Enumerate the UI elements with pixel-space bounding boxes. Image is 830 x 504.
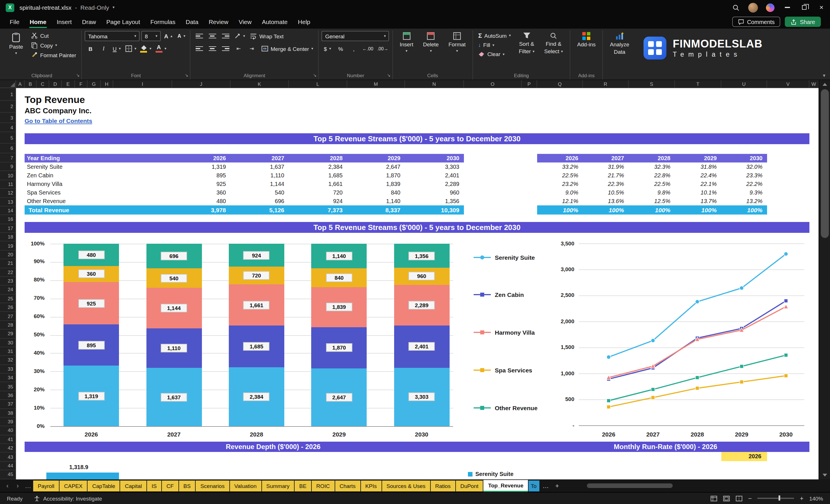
- column-header-c[interactable]: C: [37, 80, 49, 88]
- revenue-value-cell[interactable]: 840: [347, 188, 405, 197]
- revenue-pct-cell[interactable]: 31.9%: [583, 162, 629, 171]
- search-icon[interactable]: [727, 0, 744, 15]
- revenue-pct-cell[interactable]: 9.3%: [721, 188, 767, 197]
- copy-button[interactable]: Copy ▾: [29, 41, 78, 50]
- revenue-value-cell[interactable]: 2,401: [405, 171, 464, 180]
- sheet-tab-ratios[interactable]: Ratios: [431, 480, 455, 491]
- sheet-tab-kpis[interactable]: KPIs: [361, 480, 381, 491]
- revenue-pct-cell[interactable]: 22.2%: [721, 180, 767, 188]
- revenue-value-cell[interactable]: 895: [172, 171, 230, 180]
- revenue-value-cell[interactable]: 1,870: [347, 171, 405, 180]
- row-header-5[interactable]: 5: [0, 132, 15, 144]
- column-header-m[interactable]: M: [347, 80, 405, 88]
- font-name-select[interactable]: Tahoma▾: [85, 31, 139, 41]
- revenue-value-cell[interactable]: 960: [405, 188, 464, 197]
- row-header-35[interactable]: 35: [0, 382, 15, 391]
- revenue-pct-cell[interactable]: 32.0%: [721, 162, 767, 171]
- row-header-13[interactable]: 13: [0, 198, 15, 207]
- row-header-16[interactable]: 16: [0, 215, 15, 224]
- all-sheets-icon[interactable]: …: [540, 482, 551, 489]
- row-header-22[interactable]: 22: [0, 268, 15, 277]
- normal-view-icon[interactable]: [710, 495, 717, 501]
- orientation-button[interactable]: ▾: [233, 31, 246, 41]
- revenue-pct-cell[interactable]: 10.5%: [583, 188, 629, 197]
- menu-tab-review[interactable]: Review: [204, 16, 234, 28]
- column-header-l[interactable]: L: [289, 80, 347, 88]
- column-header-j[interactable]: J: [172, 80, 230, 88]
- menu-tab-data[interactable]: Data: [181, 16, 203, 28]
- row-header-31[interactable]: 31: [0, 347, 15, 356]
- column-header-d[interactable]: D: [49, 80, 62, 88]
- sheet-tab-dupont[interactable]: DuPont: [456, 480, 483, 491]
- zoom-slider[interactable]: [758, 498, 794, 499]
- scroll-down-icon[interactable]: [823, 474, 827, 476]
- bold-button[interactable]: B: [85, 43, 96, 54]
- menu-tab-automate[interactable]: Automate: [257, 16, 293, 28]
- revenue-pct-cell[interactable]: 22.3%: [583, 180, 629, 188]
- comments-button[interactable]: Comments: [732, 17, 780, 27]
- row-header-23[interactable]: 23: [0, 277, 15, 286]
- row-header-12[interactable]: 12: [0, 189, 15, 198]
- italic-button[interactable]: I: [98, 43, 109, 54]
- column-header-s[interactable]: S: [629, 80, 675, 88]
- revenue-pct-cell[interactable]: 13.2%: [721, 197, 767, 206]
- row-header-24[interactable]: 24: [0, 286, 15, 295]
- runrate-year-input-cell[interactable]: 2026: [721, 452, 767, 461]
- accounting-format-button[interactable]: $▾: [322, 43, 333, 54]
- column-header-b[interactable]: B: [25, 80, 37, 88]
- row-header-25[interactable]: 25: [0, 294, 15, 303]
- horizontal-scrollbar[interactable]: [568, 479, 825, 492]
- clear-button[interactable]: Clear▾: [476, 50, 513, 58]
- row-header-17[interactable]: 17: [0, 224, 15, 233]
- revenue-value-cell[interactable]: 1,685: [289, 171, 347, 180]
- menu-tab-draw[interactable]: Draw: [77, 16, 101, 28]
- decrease-decimal-button[interactable]: .00→: [376, 43, 389, 54]
- column-header-o[interactable]: O: [464, 80, 522, 88]
- column-header-v[interactable]: V: [767, 80, 809, 88]
- sheet-tab-scenarios[interactable]: Scenarios: [196, 480, 229, 491]
- row-header-40[interactable]: 40: [0, 427, 15, 435]
- revenue-pct-cell[interactable]: 9.0%: [537, 188, 583, 197]
- row-header-6[interactable]: 6: [0, 144, 15, 153]
- row-header-9[interactable]: 9: [0, 162, 15, 171]
- runrate-legend-item[interactable]: Serenity Suite: [468, 471, 513, 477]
- menu-tab-formulas[interactable]: Formulas: [145, 16, 181, 28]
- analyze-data-button[interactable]: Analyze Data: [606, 31, 634, 71]
- sheet-tab-be[interactable]: BE: [295, 480, 311, 491]
- font-color-button[interactable]: A ▾: [154, 43, 168, 54]
- vertical-scrollbar-thumb[interactable]: [821, 89, 829, 238]
- row-header-4[interactable]: 4: [0, 123, 15, 132]
- revenue-value-cell[interactable]: 1,839: [347, 180, 405, 188]
- revenue-value-cell[interactable]: 1,637: [230, 162, 289, 171]
- row-header-27[interactable]: 27: [0, 312, 15, 321]
- sheet-tab-charts[interactable]: Charts: [335, 480, 360, 491]
- sheet-tab-top-revenue[interactable]: Top_Revenue: [484, 480, 528, 492]
- worksheet-canvas[interactable]: Top Revenue ABC Company Inc. Go to Table…: [16, 88, 819, 479]
- revenue-value-cell[interactable]: 3,303: [405, 162, 464, 171]
- top-align-button[interactable]: [193, 31, 205, 41]
- column-header-n[interactable]: N: [405, 80, 464, 88]
- revenue-value-cell[interactable]: 2,647: [347, 162, 405, 171]
- column-header-h[interactable]: H: [101, 80, 113, 88]
- avatar[interactable]: [744, 0, 761, 15]
- middle-align-button[interactable]: [206, 31, 218, 41]
- format-painter-button[interactable]: Format Painter: [29, 50, 78, 60]
- row-header-2[interactable]: 2: [0, 101, 15, 113]
- sheet-tab-payroll[interactable]: Payroll: [33, 480, 59, 491]
- fill-color-button[interactable]: ▾: [139, 43, 153, 54]
- column-header-t[interactable]: T: [675, 80, 721, 88]
- row-header-36[interactable]: 36: [0, 391, 15, 400]
- row-header-38[interactable]: 38: [0, 409, 15, 418]
- sheet-tab-valuation[interactable]: Valuation: [230, 480, 261, 491]
- zoom-level[interactable]: 140%: [809, 495, 823, 501]
- percent-style-button[interactable]: %: [335, 43, 346, 54]
- sheet-tab-sources-uses[interactable]: Sources & Uses: [382, 480, 430, 491]
- revenue-value-cell[interactable]: 1,144: [230, 180, 289, 188]
- sheet-tab-bs[interactable]: BS: [179, 480, 195, 491]
- menu-tab-help[interactable]: Help: [293, 16, 316, 28]
- revenue-value-cell[interactable]: 1,661: [289, 180, 347, 188]
- increase-indent-button[interactable]: ⇥: [246, 43, 257, 54]
- increase-font-size-button[interactable]: A▴: [162, 31, 174, 41]
- bottom-align-button[interactable]: [220, 31, 231, 41]
- column-header-r[interactable]: R: [583, 80, 629, 88]
